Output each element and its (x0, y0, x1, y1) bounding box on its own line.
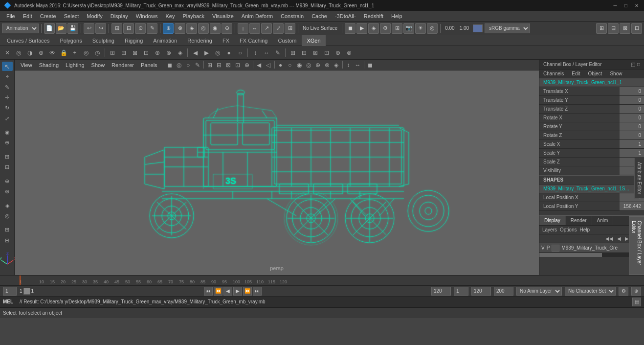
tb2-icon7[interactable]: + (69, 47, 80, 58)
paint-select-btn[interactable]: ✎ (147, 23, 157, 34)
right-btn1[interactable]: ⊞ (596, 23, 607, 34)
tb2-icon14[interactable]: ⊕ (152, 47, 163, 58)
tb2-icon8[interactable]: ◎ (81, 47, 91, 58)
channel-box-layer-editor-tab[interactable]: Channel Box / Layer Editor (629, 216, 644, 275)
left-btn-x5[interactable]: ⊞ (2, 225, 13, 234)
drt-tab-anim[interactable]: Anim (592, 216, 614, 225)
menu-constrain[interactable]: Constrain (277, 12, 307, 20)
vp-tb12[interactable]: ● (276, 61, 285, 69)
tb2-icon21[interactable]: ○ (235, 47, 245, 58)
menu-modify[interactable]: Modify (83, 12, 106, 20)
skip-end-btn[interactable]: ⏭ (253, 287, 262, 296)
tb2-icon12[interactable]: ⊠ (130, 47, 140, 58)
tb2-icon23[interactable]: ↔ (261, 47, 272, 58)
render-btn[interactable]: ◼ (345, 23, 355, 34)
tool-btn4[interactable]: ⤢ (273, 23, 284, 34)
tb2-icon17[interactable]: ◀ (190, 47, 200, 58)
soft-select-btn[interactable]: ◉ (2, 128, 13, 137)
lm-help[interactable]: Help (579, 227, 590, 232)
open-btn[interactable]: 📂 (56, 23, 67, 34)
vp-tb17[interactable]: ⊗ (323, 61, 332, 69)
tb2-icon20[interactable]: ● (223, 47, 234, 58)
tb2-icon1[interactable]: ✕ (2, 47, 13, 58)
render-seq-btn[interactable]: ▶ (356, 23, 367, 34)
menu-key[interactable]: Key (162, 12, 178, 20)
scale-tool-btn[interactable]: ⤢ (2, 114, 13, 123)
start-frame-input[interactable] (3, 287, 17, 296)
undo-btn[interactable]: ↩ (84, 23, 94, 34)
tb2-icon10[interactable]: ⊞ (107, 47, 118, 58)
new-btn[interactable]: 📄 (44, 23, 55, 34)
ch-val-ty[interactable]: 0 (620, 96, 644, 104)
tb2-icon16[interactable]: ◈ (175, 47, 185, 58)
vp-tb20[interactable]: ↔ (354, 61, 362, 69)
right-btn3[interactable]: ⊠ (620, 23, 630, 34)
menu-windows[interactable]: Windows (133, 12, 161, 20)
lasso-tool-btn[interactable]: ⌖ (2, 72, 13, 81)
vp-tb11[interactable]: ◁ (264, 61, 273, 69)
tb2-icon26[interactable]: ⊟ (299, 47, 310, 58)
tb2-icon18[interactable]: ▶ (201, 47, 212, 58)
minimize-btn[interactable]: ─ (612, 2, 619, 9)
cb-resize-btn[interactable]: ◱ (631, 62, 635, 67)
tb2-icon2[interactable]: ◎ (13, 47, 24, 58)
menu-3dtoall[interactable]: -3DtoAll- (332, 12, 359, 20)
anim-layer-btn[interactable]: ⊕ (631, 287, 641, 296)
menu-anim-deform[interactable]: Anim Deform (238, 12, 276, 20)
vp-menu-renderer[interactable]: Renderer (109, 61, 137, 69)
tb2-icon9[interactable]: ◷ (92, 47, 103, 58)
layer-scrollbar[interactable] (539, 253, 644, 257)
vp-tb13[interactable]: ○ (286, 61, 294, 69)
vp-tb7[interactable]: ⊠ (224, 61, 233, 69)
menu-visualize[interactable]: Visualize (209, 12, 237, 20)
tb2-icon5[interactable]: 👁 (47, 47, 58, 58)
lnav-btn1[interactable]: ◀◀ (604, 235, 615, 242)
step-fwd-btn[interactable]: ⏩ (243, 287, 252, 296)
render-settings-btn[interactable]: ⚙ (380, 23, 391, 34)
tb2-icon4[interactable]: ⊕ (36, 47, 46, 58)
menu-display[interactable]: Display (107, 12, 132, 20)
attribute-editor-tab[interactable]: Attribute Editor (634, 158, 644, 199)
menu-help[interactable]: Help (388, 12, 406, 20)
sh-val-lpy[interactable]: 156.442 (620, 202, 644, 210)
vp-tb1[interactable]: ◼ (165, 61, 174, 69)
tab-polygons[interactable]: Polygons (55, 35, 87, 46)
gamma-select[interactable]: sRGB gamma (485, 23, 530, 33)
tab-custom[interactable]: Custom (273, 35, 302, 46)
tool-btn3[interactable]: ↗ (261, 23, 272, 34)
cmd-history-btn[interactable]: ▤ (632, 298, 641, 306)
tool-btn5[interactable]: ⊞ (285, 23, 295, 34)
layer-btn[interactable]: ⊞ (2, 152, 13, 161)
vp-tb18[interactable]: ◈ (332, 61, 341, 69)
select-tool-btn[interactable]: ↖ (2, 62, 13, 71)
select-by-component-btn[interactable]: ⊟ (123, 23, 134, 34)
play-back-btn[interactable]: ◀ (223, 287, 232, 296)
tb2-icon6[interactable]: 🔒 (58, 47, 69, 58)
tab-curves-surfaces[interactable]: Curves / Surfaces (2, 35, 54, 46)
menu-create[interactable]: Create (37, 12, 60, 20)
ipr-btn[interactable]: ◈ (368, 23, 379, 34)
hypershade-btn[interactable]: ⊞ (392, 23, 402, 34)
tb2-icon28[interactable]: ⊡ (321, 47, 332, 58)
mel-input[interactable] (20, 299, 629, 304)
vp-tb16[interactable]: ⊕ (313, 61, 322, 69)
tab-fx-caching[interactable]: FX Caching (235, 35, 272, 46)
menu-redshift[interactable]: Redshift (360, 12, 387, 20)
vp-menu-shading[interactable]: Shading (36, 61, 62, 69)
vp-tb15[interactable]: ◎ (304, 61, 313, 69)
render-layer-btn[interactable]: ⊟ (2, 162, 13, 172)
vp-menu-show[interactable]: Show (89, 61, 108, 69)
vp-tb14[interactable]: ◉ (295, 61, 304, 69)
char-set-btn[interactable]: ⚙ (619, 287, 628, 296)
tb2-icon13[interactable]: ⊡ (141, 47, 152, 58)
ch-val-tx[interactable]: 0 (620, 87, 644, 95)
close-btn[interactable]: ✕ (633, 2, 640, 9)
light-editor-btn[interactable]: ☀ (415, 23, 426, 34)
tb2-icon30[interactable]: ⊗ (344, 47, 355, 58)
snap-to-point-btn[interactable]: ◈ (186, 23, 197, 34)
tab-xgen[interactable]: XGen (302, 35, 325, 46)
select-by-hierarchy-btn[interactable]: ⊞ (111, 23, 122, 34)
vp-tb2[interactable]: ◎ (175, 61, 183, 69)
vp-tb4[interactable]: ✎ (193, 61, 202, 69)
lnav-btn2[interactable]: ◀ (616, 235, 622, 242)
